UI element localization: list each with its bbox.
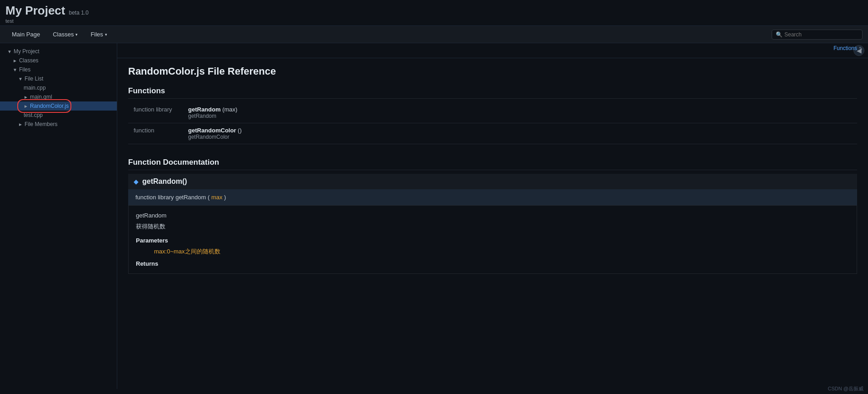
classes-dropdown-icon: ▾ — [75, 32, 78, 37]
arrow-icon: ► — [18, 122, 23, 127]
sidebar-item-label: Files — [19, 66, 30, 73]
param-highlight: max — [211, 194, 224, 201]
search-box[interactable]: 🔍 — [772, 30, 863, 40]
sidebar-item-file-list[interactable]: ▼ File List — [0, 74, 117, 83]
func-doc-title: getRandom() — [142, 177, 187, 186]
returns-title: Returns — [136, 260, 849, 267]
project-title: My Project — [5, 4, 65, 18]
sidebar-item-my-project[interactable]: ▼ My Project — [0, 47, 117, 56]
functions-section: Functions function library getRandom (ma… — [128, 86, 857, 144]
func-doc-section: Function Documentation ◆ getRandom() fun… — [128, 158, 857, 274]
navbar: Main Page Classes ▾ Files ▾ 🔍 — [0, 26, 868, 43]
sidebar-item-file-members[interactable]: ► File Members — [0, 120, 117, 129]
nav-files[interactable]: Files ▾ — [84, 26, 113, 43]
arrow-icon: ► — [13, 58, 17, 63]
sidebar-item-files[interactable]: ▼ Files — [0, 65, 117, 74]
sidebar-item-label: My Project — [14, 48, 40, 55]
functions-section-title: Functions — [128, 86, 857, 99]
func-detail-cell: getRandomColor () getRandomColor — [183, 123, 857, 144]
project-badge: beta 1.0 — [69, 10, 89, 16]
func-detail-cell: getRandom (max) getRandom — [183, 102, 857, 123]
sidebar-item-main-qml[interactable]: ► main.qml — [0, 92, 117, 101]
sidebar-item-label: main.cpp — [24, 85, 46, 91]
func-brief: getRandomColor — [188, 134, 852, 140]
page-title: RandomColor.js File Reference — [128, 66, 857, 77]
func-signature: function library getRandom ( max ) — [128, 189, 857, 206]
sidebar-item-label: File Members — [25, 121, 58, 127]
func-name[interactable]: getRandom — [188, 106, 221, 113]
func-body: getRandom 获得随机数 Parameters max:0~max之间的随… — [128, 206, 857, 274]
func-brief: getRandom — [188, 113, 852, 119]
layout: ▼ My Project ► Classes ▼ Files ▼ File Li… — [0, 43, 868, 389]
search-icon: 🔍 — [776, 31, 783, 38]
sidebar-item-label: File List — [25, 76, 43, 82]
func-type-cell: function — [128, 123, 183, 144]
search-input[interactable] — [784, 31, 858, 38]
sidebar-item-classes[interactable]: ► Classes — [0, 56, 117, 65]
header: My Project beta 1.0 test — [0, 0, 868, 26]
func-name[interactable]: getRandomColor — [188, 127, 236, 134]
nav-classes[interactable]: Classes ▾ — [46, 26, 84, 43]
func-doc-header: ◆ getRandom() — [128, 174, 857, 189]
project-subtitle: test — [5, 18, 863, 24]
arrow-icon: ▼ — [18, 76, 23, 81]
sidebar-item-main-cpp[interactable]: main.cpp — [0, 83, 117, 92]
arrow-icon: ▼ — [13, 67, 17, 72]
nav-main-page[interactable]: Main Page — [5, 26, 46, 43]
params-title: Parameters — [136, 237, 849, 244]
table-row: function getRandomColor () getRandomColo… — [128, 123, 857, 144]
func-brief-desc: 获得随机数 — [136, 222, 849, 231]
files-dropdown-icon: ▾ — [105, 32, 107, 37]
func-doc-section-title: Function Documentation — [128, 158, 857, 170]
sidebar: ▼ My Project ► Classes ▼ Files ▼ File Li… — [0, 43, 117, 389]
param-item: max:0~max之间的随机数 — [136, 248, 849, 256]
functions-top-link[interactable]: Functions ✎ — [833, 45, 863, 51]
pencil-icon: ✎ — [859, 46, 863, 51]
sidebar-item-label: RandomColor.js — [30, 103, 69, 109]
diamond-icon: ◆ — [134, 178, 139, 185]
arrow-icon: ► — [24, 95, 28, 100]
functions-table: function library getRandom (max) getRand… — [128, 102, 857, 144]
table-row: function library getRandom (max) getRand… — [128, 102, 857, 123]
content-area: RandomColor.js File Reference Functions … — [117, 58, 868, 295]
func-brief-name: getRandom — [136, 212, 849, 219]
arrow-icon: ▼ — [7, 49, 12, 54]
func-doc-get-random: ◆ getRandom() function library getRandom… — [128, 174, 857, 274]
footer-watermark: CSDN @岳振威 — [828, 385, 863, 392]
sidebar-item-test-cpp[interactable]: test.cpp — [0, 111, 117, 120]
func-type-cell: function library — [128, 102, 183, 123]
sidebar-item-label: main.qml — [30, 94, 52, 100]
arrow-icon: ► — [24, 104, 28, 109]
back-button-area: ◀ — [117, 43, 868, 58]
main-content: Functions ✎ ◀ RandomColor.js File Refere… — [117, 43, 868, 389]
sidebar-item-random-color-js[interactable]: ► RandomColor.js — [0, 101, 117, 111]
sidebar-item-label: Classes — [19, 57, 39, 64]
sidebar-item-label: test.cpp — [24, 112, 43, 118]
